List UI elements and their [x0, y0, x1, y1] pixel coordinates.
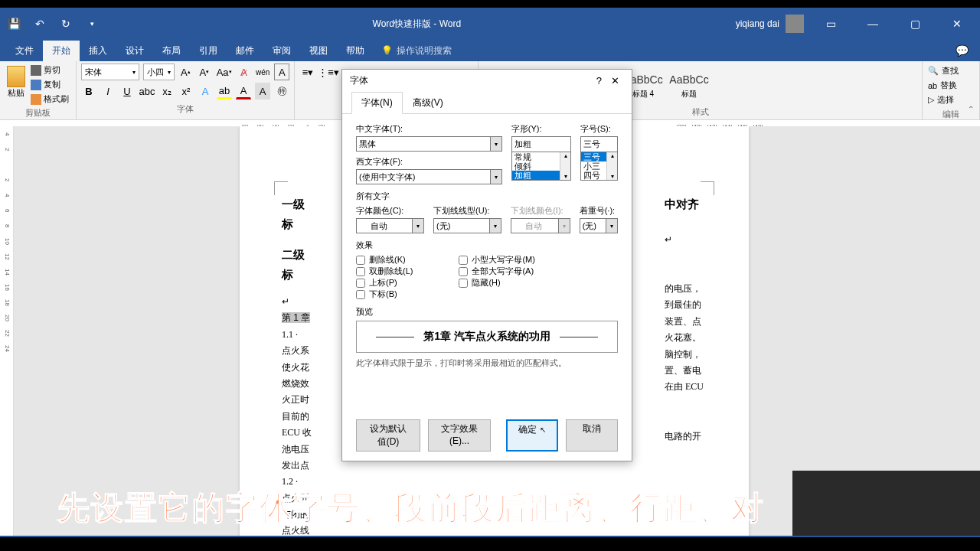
clear-format-button[interactable]: A̷	[237, 64, 252, 80]
strike-button[interactable]: abc	[139, 83, 155, 99]
tab-insert[interactable]: 插入	[80, 41, 116, 61]
dstrike-check[interactable]: 双删除线(L)	[356, 266, 413, 277]
tab-design[interactable]: 设计	[116, 41, 153, 61]
tab-font[interactable]: 字体(N)	[351, 92, 403, 114]
shrink-font-button[interactable]: A▾	[197, 64, 212, 80]
replace-button[interactable]: ab替换	[926, 78, 975, 93]
save-icon[interactable]: 💾	[8, 18, 20, 30]
smallcaps-check[interactable]: 小型大写字母(M)	[459, 254, 535, 266]
lightbulb-icon: 💡	[381, 45, 393, 56]
font-dialog: 字体 ? ✕ 字体(N) 高级(V) 中文字体(T): 黑体▾ 西文字体(F):…	[341, 69, 632, 461]
scissors-icon	[31, 65, 41, 76]
ok-button[interactable]: 确定 ↖	[506, 419, 558, 452]
cut-button[interactable]: 剪切	[30, 64, 70, 77]
tab-references[interactable]: 引用	[190, 41, 227, 61]
copy-button[interactable]: 复制	[30, 78, 70, 91]
sub-check[interactable]: 下标(B)	[356, 289, 413, 300]
minimize-icon[interactable]: —	[858, 12, 888, 35]
style-listbox[interactable]: 常规 倾斜 加粗 ▴▾	[511, 152, 571, 181]
numbering-button[interactable]: ⋮≡▾	[320, 64, 337, 80]
clipboard-icon	[7, 66, 25, 87]
tab-home[interactable]: 开始	[43, 41, 80, 61]
set-default-button[interactable]: 设为默认值(D)	[356, 419, 420, 452]
video-thumbnail	[792, 471, 980, 536]
text-effects-button[interactable]: A	[198, 83, 213, 99]
format-painter-button[interactable]: 格式刷	[30, 93, 70, 106]
clipboard-group-label: 剪贴板	[5, 106, 71, 119]
tab-view[interactable]: 视图	[300, 41, 337, 61]
copy-icon	[31, 80, 41, 90]
font-color-combo[interactable]: 自动▾	[356, 218, 424, 233]
chevron-down-icon: ▾	[490, 137, 501, 151]
char-border-button[interactable]: A	[274, 64, 289, 80]
redo-icon[interactable]: ↻	[60, 18, 72, 30]
change-case-button[interactable]: Aa▾	[216, 64, 233, 80]
undo-icon[interactable]: ↶	[34, 18, 46, 30]
text-effects-button[interactable]: 文字效果(E)...	[428, 419, 491, 452]
allcaps-check[interactable]: 全部大写字母(A)	[459, 266, 535, 277]
en-font-combo[interactable]: (使用中文字体)▾	[356, 169, 502, 184]
close-icon[interactable]: ✕	[606, 75, 624, 86]
font-preview: 第1章 汽车点火系统的功用	[356, 321, 618, 353]
underline-combo[interactable]: (无)▾	[433, 218, 501, 233]
strike-check[interactable]: 删除线(K)	[356, 254, 413, 266]
margin-corner	[274, 181, 288, 195]
hidden-check[interactable]: 隐藏(H)	[459, 277, 535, 289]
phonetic-button[interactable]: wén	[255, 64, 270, 80]
bold-button[interactable]: B	[81, 83, 96, 99]
window-title: Word快速排版 - Word	[98, 18, 736, 31]
close-icon[interactable]: ✕	[942, 12, 972, 35]
chevron-down-icon: ▾	[558, 219, 570, 233]
comments-icon[interactable]: 💬	[956, 44, 969, 57]
user-account[interactable]: yiqiang dai	[736, 15, 804, 33]
super-check[interactable]: 上标(P)	[356, 277, 413, 289]
find-button[interactable]: 🔍查找	[926, 64, 975, 78]
qat-dropdown-icon[interactable]: ▾	[86, 18, 98, 30]
replace-icon: ab	[928, 81, 937, 90]
scrollbar[interactable]: ▴▾	[560, 152, 570, 180]
size-listbox[interactable]: 三号 小三 四号 ▴▾	[580, 152, 618, 181]
video-subtitle: 先设置它的字体字号、段前段后距离、行距、对	[57, 487, 765, 530]
chevron-down-icon: ▾	[606, 219, 617, 233]
paste-button[interactable]: 粘贴	[5, 64, 28, 106]
style-item[interactable]: AaBbCc标题	[667, 65, 711, 107]
style-input[interactable]: 加粗	[511, 136, 571, 152]
font-color-button[interactable]: A	[236, 83, 251, 99]
tab-mailings[interactable]: 邮件	[227, 41, 263, 61]
cancel-button[interactable]: 取消	[566, 419, 618, 452]
help-icon[interactable]: ?	[592, 75, 606, 86]
subscript-button[interactable]: x₂	[159, 83, 175, 99]
bullets-button[interactable]: ≡▾	[299, 64, 316, 80]
brush-icon	[31, 94, 41, 105]
dialog-title: 字体	[350, 74, 592, 87]
underline-label: 下划线线型(U):	[433, 205, 501, 217]
underline-button[interactable]: U	[119, 83, 135, 99]
grow-font-button[interactable]: A▴	[178, 64, 194, 80]
cn-font-combo[interactable]: 黑体▾	[356, 136, 502, 152]
search-icon: 🔍	[928, 66, 939, 76]
font-name-select[interactable]: 宋体▾	[81, 64, 139, 80]
emphasis-combo[interactable]: (无)▾	[580, 218, 618, 233]
all-text-label: 所有文字	[356, 191, 618, 202]
ribbon-display-icon[interactable]: ▭	[815, 12, 846, 35]
italic-button[interactable]: I	[100, 83, 116, 99]
enclose-char-button[interactable]: ㊕	[274, 83, 289, 99]
font-size-select[interactable]: 小四▾	[143, 64, 175, 80]
superscript-button[interactable]: x²	[178, 83, 194, 99]
tell-me-search[interactable]: 💡 操作说明搜索	[381, 44, 452, 57]
scrollbar[interactable]: ▴▾	[606, 152, 617, 180]
tab-advanced[interactable]: 高级(V)	[403, 92, 453, 114]
char-shading-button[interactable]: A	[255, 83, 270, 99]
cursor-icon: ▷	[928, 95, 934, 105]
size-label: 字号(S):	[580, 123, 618, 135]
collapse-ribbon-icon[interactable]: ⌃	[968, 105, 974, 113]
maximize-icon[interactable]: ▢	[900, 12, 930, 35]
size-input[interactable]: 三号	[580, 136, 618, 152]
tab-help[interactable]: 帮助	[337, 41, 374, 61]
style-label: 字形(Y):	[511, 123, 571, 135]
tab-review[interactable]: 审阅	[263, 41, 300, 61]
vertical-ruler[interactable]: 4224681012141618202224	[0, 126, 14, 536]
highlight-button[interactable]: ab	[217, 83, 232, 99]
tab-layout[interactable]: 布局	[153, 41, 190, 61]
tab-file[interactable]: 文件	[6, 41, 43, 61]
